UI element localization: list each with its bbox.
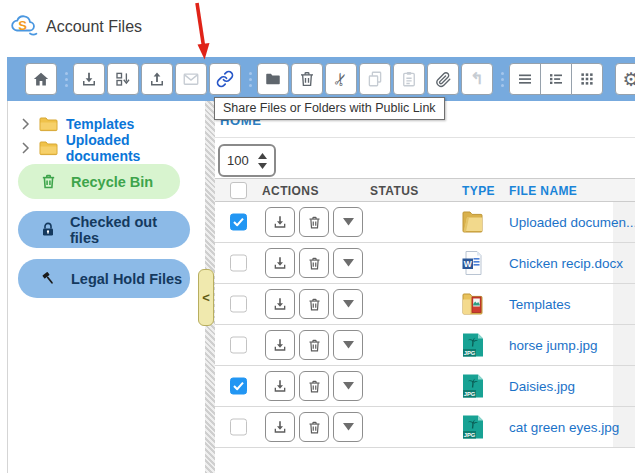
spin-up-icon[interactable] xyxy=(258,153,267,159)
page-size-input[interactable] xyxy=(227,153,257,168)
copy-button[interactable] xyxy=(359,63,391,95)
spin-down-icon[interactable] xyxy=(258,163,267,169)
toolbar-separator xyxy=(499,72,505,87)
caret-down-icon xyxy=(343,382,354,390)
collapse-sidebar-handle[interactable]: < xyxy=(198,269,214,326)
checked-out-files-label: Checked out files xyxy=(70,214,190,246)
row-delete-button[interactable] xyxy=(299,412,329,442)
download-icon xyxy=(272,296,288,312)
delete-button[interactable] xyxy=(291,63,323,95)
home-icon xyxy=(32,70,50,88)
row-download-button[interactable] xyxy=(265,412,295,442)
new-folder-button[interactable] xyxy=(257,63,289,95)
detail-view-icon xyxy=(547,70,565,88)
email-button[interactable] xyxy=(175,63,207,95)
trash-icon xyxy=(307,420,322,435)
row-delete-button[interactable] xyxy=(299,371,329,401)
paste-button[interactable] xyxy=(393,63,425,95)
row-delete-button[interactable] xyxy=(299,289,329,319)
column-header-actions: ACTIONS xyxy=(262,179,319,203)
row-checkbox[interactable] xyxy=(230,419,247,436)
gavel-icon xyxy=(40,270,57,287)
caret-down-icon xyxy=(343,259,354,267)
download-button[interactable] xyxy=(73,63,105,95)
row-more-actions-button[interactable] xyxy=(333,371,363,401)
row-more-actions-button[interactable] xyxy=(333,330,363,360)
caret-down-icon xyxy=(343,341,354,349)
file-name-link[interactable]: Uploaded documen... xyxy=(509,215,635,230)
checked-out-files-button[interactable]: Checked out files xyxy=(18,211,190,248)
table-header: ACTIONS STATUS TYPE FILE NAME xyxy=(215,178,635,202)
svg-text:JPG: JPG xyxy=(464,432,476,438)
paperclip-icon xyxy=(434,70,452,88)
svg-text:JPG: JPG xyxy=(464,350,476,356)
undo-button[interactable]: ↰ xyxy=(461,63,493,95)
column-header-type[interactable]: TYPE xyxy=(462,179,495,203)
chevron-right-icon[interactable] xyxy=(21,118,35,130)
page-title: Account Files xyxy=(46,18,142,36)
download-icon xyxy=(272,337,288,353)
scissors-icon: ✂ xyxy=(331,69,352,88)
folder-image-file-icon xyxy=(461,291,485,317)
row-download-button[interactable] xyxy=(265,371,295,401)
row-delete-button[interactable] xyxy=(299,330,329,360)
row-download-button[interactable] xyxy=(265,207,295,237)
sidebar-item-label: Templates xyxy=(66,116,134,132)
toolbar-separator xyxy=(247,72,253,87)
chevron-right-icon[interactable] xyxy=(21,142,35,154)
toolbar: ✂ ↰ ⚙ xyxy=(7,57,635,101)
download-icon xyxy=(272,378,288,394)
row-checkbox[interactable] xyxy=(230,214,247,231)
email-icon xyxy=(182,70,200,88)
copy-icon xyxy=(366,70,384,88)
row-checkbox[interactable] xyxy=(230,378,247,395)
toolbar-separator xyxy=(63,72,69,87)
list-view-button[interactable] xyxy=(509,63,541,95)
row-checkbox[interactable] xyxy=(230,296,247,313)
column-header-status: STATUS xyxy=(370,179,419,203)
file-name-link[interactable]: horse jump.jpg xyxy=(509,338,598,353)
app-header: S Account Files xyxy=(0,0,635,57)
trash-icon xyxy=(298,70,316,88)
row-more-actions-button[interactable] xyxy=(333,248,363,278)
sidebar-item-uploaded-documents[interactable]: Uploaded documents xyxy=(8,136,205,159)
bulk-download-button[interactable] xyxy=(107,63,139,95)
row-delete-button[interactable] xyxy=(299,207,329,237)
row-download-button[interactable] xyxy=(265,248,295,278)
cut-button[interactable]: ✂ xyxy=(325,63,357,95)
file-table-body: Uploaded documen... W Chicken recip.docx xyxy=(215,202,635,448)
page-size-stepper xyxy=(218,144,276,177)
row-checkbox[interactable] xyxy=(230,337,247,354)
account-files-window: S Account Files ✂ xyxy=(0,0,635,473)
recycle-bin-button[interactable]: Recycle Bin xyxy=(18,164,180,199)
detail-view-button[interactable] xyxy=(540,63,572,95)
lock-icon xyxy=(40,221,56,238)
file-name-link[interactable]: Daisies.jpg xyxy=(509,379,575,394)
row-more-actions-button[interactable] xyxy=(333,412,363,442)
jpg-file-icon: JPG xyxy=(461,414,485,440)
column-header-file-name[interactable]: FILE NAME xyxy=(509,179,577,203)
row-delete-button[interactable] xyxy=(299,248,329,278)
upload-button[interactable] xyxy=(141,63,173,95)
file-name-link[interactable]: cat green eyes.jpg xyxy=(509,420,619,435)
select-all-checkbox[interactable] xyxy=(230,182,247,199)
row-more-actions-button[interactable] xyxy=(333,207,363,237)
home-button[interactable] xyxy=(25,63,57,95)
recycle-bin-label: Recycle Bin xyxy=(71,174,153,190)
row-checkbox[interactable] xyxy=(230,255,247,272)
row-download-button[interactable] xyxy=(265,330,295,360)
attach-button[interactable] xyxy=(427,63,459,95)
file-name-link[interactable]: Templates xyxy=(509,297,571,312)
paste-icon xyxy=(400,70,418,88)
grid-view-icon xyxy=(578,70,596,88)
jpg-file-icon: JPG xyxy=(461,332,485,358)
legal-hold-files-button[interactable]: Legal Hold Files xyxy=(18,259,190,298)
settings-button[interactable]: ⚙ xyxy=(615,63,635,95)
row-download-button[interactable] xyxy=(265,289,295,319)
row-more-actions-button[interactable] xyxy=(333,289,363,319)
grid-view-button[interactable] xyxy=(571,63,603,95)
collapse-chevron-icon: < xyxy=(202,290,210,305)
folder-icon xyxy=(264,70,282,88)
file-name-link[interactable]: Chicken recip.docx xyxy=(509,256,623,271)
share-link-button[interactable] xyxy=(209,63,241,95)
